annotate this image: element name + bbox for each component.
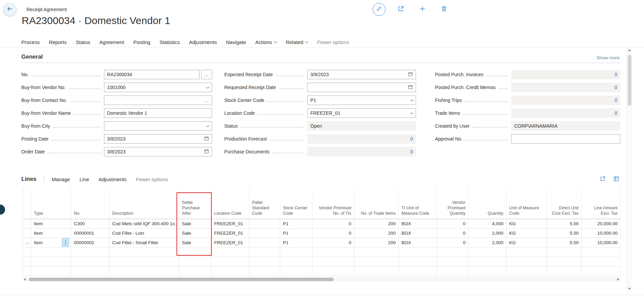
cell-location-code[interactable]: FREEZER_01 [211, 238, 249, 247]
share-lines-button[interactable] [599, 175, 607, 183]
calendar-icon[interactable] [408, 84, 413, 90]
cell-ti-unit-of-measure-code[interactable]: BOX [399, 238, 437, 247]
scroll-right-arrow-icon[interactable] [617, 278, 619, 281]
cell-vendor-promised-no-of-tis[interactable]: 0 [312, 228, 354, 238]
col-header-no[interactable]: No. [71, 187, 109, 219]
purchase-documents-field[interactable]: 0 [307, 147, 416, 156]
cell-no[interactable]: 00000001 [71, 228, 109, 238]
cell-pallet-standard-code[interactable] [249, 219, 280, 228]
menu-status[interactable]: Status [76, 39, 90, 45]
production-forecast-field[interactable]: 0 [307, 134, 416, 144]
posting-date-input[interactable]: 3/8/2023 [104, 134, 212, 144]
cell-description[interactable]: Cod Fillet - Small Fillet [109, 238, 179, 247]
cell-quantity[interactable]: 4,000 [469, 219, 506, 228]
scroll-down-arrow-icon[interactable] [628, 288, 631, 290]
menu-navigate[interactable]: Navigate [226, 39, 246, 45]
col-header-no-of-trade-items[interactable]: No. of Trade Items [354, 187, 399, 219]
menu-reports[interactable]: Reports [49, 39, 67, 45]
col-header-location-code[interactable]: Location Code [211, 187, 249, 219]
horizontal-scrollbar-thumb[interactable] [29, 278, 334, 281]
trade-items-field[interactable]: 0 [511, 108, 620, 118]
location-code-input[interactable]: FREEZER_01 [307, 108, 416, 118]
posted-purch-invoices-field[interactable]: 0 [511, 70, 620, 79]
cell-no-of-trade-items[interactable]: 200 [354, 228, 399, 238]
col-header-type[interactable]: Type [31, 187, 71, 219]
lines-tab-line[interactable]: Line [80, 176, 89, 182]
cell-line-amount[interactable]: 10,000.00 [582, 238, 621, 247]
cell-description[interactable]: Cod fillets sl/bl IQF 300-400 1x.. [109, 219, 179, 228]
share-button[interactable] [394, 3, 407, 16]
cell-direct-unit-cost[interactable]: 5.00 [547, 219, 582, 228]
vertical-scrollbar[interactable] [626, 47, 632, 292]
cell-line-amount[interactable]: 10,000.00 [582, 228, 621, 238]
cell-vendor-promised-quantity[interactable]: 0 [437, 228, 469, 238]
cell-pallet-standard-code[interactable] [249, 228, 280, 238]
col-header-vendor-promised-no-of-tis[interactable]: Vendor Promised No. of TIs [312, 187, 354, 219]
cell-unit-of-measure-code[interactable]: KG [506, 238, 547, 247]
cell-stock-center-code[interactable]: P1 [280, 238, 312, 247]
cell-unit-of-measure-code[interactable]: KG [506, 228, 547, 238]
cell-no[interactable]: C300 [71, 219, 109, 228]
buy-from-contact-no-input[interactable]: … [104, 96, 212, 105]
posted-purch-credit-memos-field[interactable]: 0 [511, 83, 620, 92]
edit-button[interactable] [373, 3, 386, 16]
delete-button[interactable] [438, 3, 451, 16]
menu-actions[interactable]: Actions [255, 39, 276, 45]
col-header-pallet-standard-code[interactable]: Pallet Standard Code [249, 187, 280, 219]
lines-tab-manage[interactable]: Manage [51, 176, 70, 182]
buy-from-city-input[interactable] [104, 121, 212, 131]
cell-direct-unit-cost[interactable]: 5.00 [547, 228, 582, 238]
menu-agreement[interactable]: Agreement [99, 39, 124, 45]
back-button[interactable] [3, 3, 16, 16]
cell-location-code[interactable]: FREEZER_01 [211, 228, 249, 238]
cell-quantity[interactable]: 2,000 [469, 228, 506, 238]
cell-type[interactable]: Item [31, 219, 71, 228]
horizontal-scrollbar[interactable] [23, 277, 620, 282]
vertical-scrollbar-thumb[interactable] [628, 55, 631, 106]
cell-settle-purchase-after[interactable]: Sale [179, 238, 211, 247]
fishing-trips-field[interactable]: 0 [511, 96, 620, 105]
col-header-stock-center-code[interactable]: Stock Center Code [280, 187, 312, 219]
cell-vendor-promised-no-of-tis[interactable]: 0 [312, 219, 354, 228]
cell-no-of-trade-items[interactable]: 200 [354, 238, 399, 247]
side-panel-handle[interactable] [0, 205, 5, 215]
calendar-icon[interactable] [204, 136, 209, 142]
stock-center-code-input[interactable]: P1 [307, 96, 416, 105]
cell-no[interactable]: 00000002 [71, 238, 109, 247]
lines-fewer-options[interactable]: Fewer options [136, 176, 168, 182]
calendar-icon[interactable] [408, 71, 413, 78]
cell-settle-purchase-after[interactable]: Sale [179, 228, 211, 238]
cell-unit-of-measure-code[interactable]: KG [506, 219, 547, 228]
menu-fewer-options[interactable]: Fewer options [317, 39, 349, 45]
cell-location-code[interactable]: FREEZER_01 [211, 219, 249, 228]
lines-tab-adjustments[interactable]: Adjustments [99, 176, 127, 182]
assist-icon[interactable]: … [204, 98, 209, 103]
expected-receipt-date-input[interactable]: 3/8/2023 [307, 70, 416, 79]
cell-stock-center-code[interactable]: P1 [280, 228, 312, 238]
col-header-line-amount[interactable]: Line Amount Excl. Tax [582, 187, 621, 219]
menu-posting[interactable]: Posting [133, 39, 150, 45]
col-header-direct-unit-cost[interactable]: Direct Unit Cost Excl. Tax [547, 187, 582, 219]
requested-receipt-date-input[interactable] [307, 83, 416, 92]
cell-pallet-standard-code[interactable] [249, 238, 280, 247]
cell-description[interactable]: Cod Fillet - Loin [109, 228, 179, 238]
cell-quantity[interactable]: 2,000 [469, 238, 506, 247]
show-more-link[interactable]: Show more [597, 55, 620, 60]
approval-no-input[interactable] [511, 134, 620, 144]
cell-vendor-promised-quantity[interactable]: 0 [437, 238, 469, 247]
no-input[interactable]: RA2300034 [104, 70, 200, 79]
cell-type[interactable]: Item [31, 228, 71, 238]
col-header-quantity[interactable]: Quantity [469, 187, 506, 219]
col-header-settle-purchase-after[interactable]: Settle Purchase After [179, 187, 211, 219]
col-header-unit-of-measure-code[interactable]: Unit of Measure Code [506, 187, 547, 219]
menu-related[interactable]: Related [286, 39, 308, 45]
cell-vendor-promised-quantity[interactable]: 0 [437, 219, 469, 228]
row-context-menu-button[interactable] [62, 238, 69, 247]
buy-from-vendor-no-input[interactable]: 1001000 [104, 83, 212, 92]
menu-adjustments[interactable]: Adjustments [189, 39, 217, 45]
cell-ti-unit-of-measure-code[interactable]: BOX [399, 228, 437, 238]
col-header-description[interactable]: Description [109, 187, 179, 219]
cell-no-of-trade-items[interactable]: 200 [354, 219, 399, 228]
new-button[interactable] [416, 3, 429, 16]
col-header-ti-unit-of-measure-code[interactable]: TI Unit of Measure Code [399, 187, 437, 219]
